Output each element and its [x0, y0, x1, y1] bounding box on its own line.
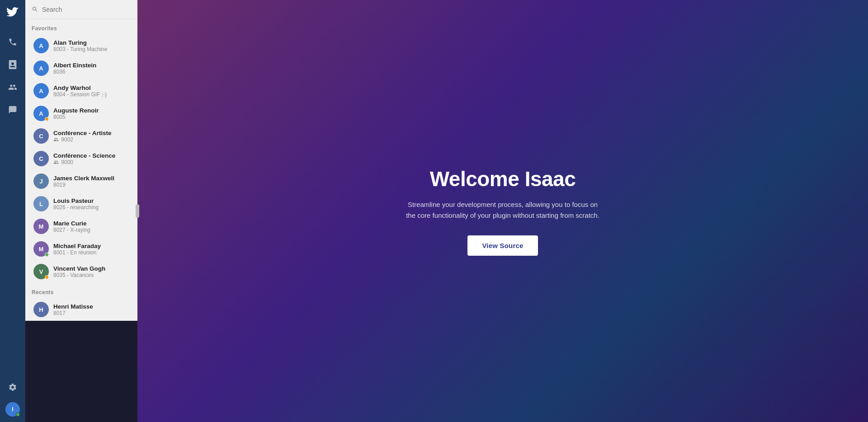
contact-sub: 8003 - Turing Machine	[53, 46, 107, 52]
list-item[interactable]: M Michael Faraday 8001 - En réunion	[27, 238, 136, 260]
contact-name: Andy Warhol	[53, 84, 107, 91]
list-item[interactable]: A Auguste Renoir 8005	[27, 102, 136, 125]
bird-icon[interactable]	[5, 5, 21, 22]
list-item[interactable]: A Alan Turing 8003 - Turing Machine	[27, 34, 136, 57]
phone-icon[interactable]	[3, 33, 22, 52]
avatar: A	[33, 106, 49, 121]
avatar: H	[33, 302, 49, 317]
avatar: A	[33, 38, 49, 53]
contact-name: Conférence - Artiste	[53, 130, 112, 136]
avatar: C	[33, 151, 49, 166]
contact-sub: 8004 - Session GIF ;-)	[53, 91, 107, 98]
list-item[interactable]: A Albert Einstein 8036	[27, 57, 136, 80]
contact-name: Albert Einstein	[53, 62, 96, 69]
welcome-subtitle: Streamline your development process, all…	[406, 199, 600, 221]
contact-name: Michael Faraday	[53, 243, 101, 249]
contact-sub: 8019	[53, 182, 114, 188]
group-members-icon	[53, 159, 59, 165]
contact-name: Alan Turing	[53, 39, 107, 46]
welcome-card: Welcome Isaac Streamline your developmen…	[387, 149, 618, 274]
list-item[interactable]: C Conférence - Science 9000	[27, 147, 136, 170]
favorites-label: Favorites	[25, 19, 137, 34]
status-dot	[45, 275, 49, 279]
recents-label: Recents	[25, 283, 137, 298]
contact-name: Louis Pasteur	[53, 197, 99, 204]
contact-name: Vincent Van Gogh	[53, 265, 105, 272]
contact-name: James Clerk Maxwell	[53, 175, 114, 182]
sidebar: Favorites A Alan Turing 8003 - Turing Ma…	[25, 0, 137, 422]
contact-sub: 8026 - researching	[53, 204, 99, 211]
group-members-icon	[53, 137, 59, 142]
contact-sub: 9000	[53, 159, 115, 165]
list-item[interactable]: H Henri Matisse 8017	[27, 298, 136, 321]
user-avatar[interactable]: I	[5, 402, 20, 417]
resize-handle[interactable]	[136, 204, 139, 218]
list-item[interactable]: V Vincent Van Gogh 8035 - Vacances	[27, 260, 136, 283]
contact-name: Conférence - Science	[53, 152, 115, 159]
nav-bar: I	[0, 0, 25, 422]
gear-icon[interactable]	[3, 378, 22, 397]
list-item[interactable]: J James Clerk Maxwell 8019	[27, 170, 136, 192]
search-input[interactable]	[42, 6, 131, 13]
avatar: L	[33, 196, 49, 211]
view-source-button[interactable]: View Source	[467, 235, 538, 256]
contact-sub: 8017	[53, 310, 93, 316]
search-icon	[32, 6, 38, 13]
avatar: A	[33, 83, 49, 98]
contact-name: Marie Curie	[53, 220, 90, 227]
group-icon[interactable]	[3, 78, 22, 97]
chat-icon[interactable]	[3, 100, 22, 119]
welcome-title: Welcome Isaac	[406, 167, 600, 191]
list-item[interactable]: C Conférence - Artiste 9002	[27, 125, 136, 147]
search-bar	[25, 0, 137, 19]
avatar: C	[33, 128, 49, 144]
contact-name: Henri Matisse	[53, 303, 93, 310]
sidebar-content: Favorites A Alan Turing 8003 - Turing Ma…	[25, 19, 137, 321]
contact-sub: 8001 - En réunion	[53, 249, 101, 256]
contact-sub: 8035 - Vacances	[53, 272, 105, 278]
contact-sub: 8005	[53, 114, 99, 120]
status-dot	[45, 117, 49, 121]
avatar: M	[33, 219, 49, 234]
contacts-icon[interactable]	[3, 55, 22, 74]
avatar: V	[33, 264, 49, 279]
list-item[interactable]: A Andy Warhol 8004 - Session GIF ;-)	[27, 80, 136, 102]
contact-sub: 8027 - X-raying	[53, 227, 90, 233]
contact-sub: 9002	[53, 136, 112, 143]
contact-name: Auguste Renoir	[53, 107, 99, 114]
user-status-dot	[16, 413, 20, 417]
avatar: J	[33, 173, 49, 189]
list-item[interactable]: L Louis Pasteur 8026 - researching	[27, 192, 136, 215]
avatar: M	[33, 241, 49, 257]
avatar: A	[33, 61, 49, 76]
list-item[interactable]: M Marie Curie 8027 - X-raying	[27, 215, 136, 238]
status-dot	[45, 253, 49, 257]
contact-sub: 8036	[53, 69, 96, 75]
main-content: Welcome Isaac Streamline your developmen…	[137, 0, 868, 422]
